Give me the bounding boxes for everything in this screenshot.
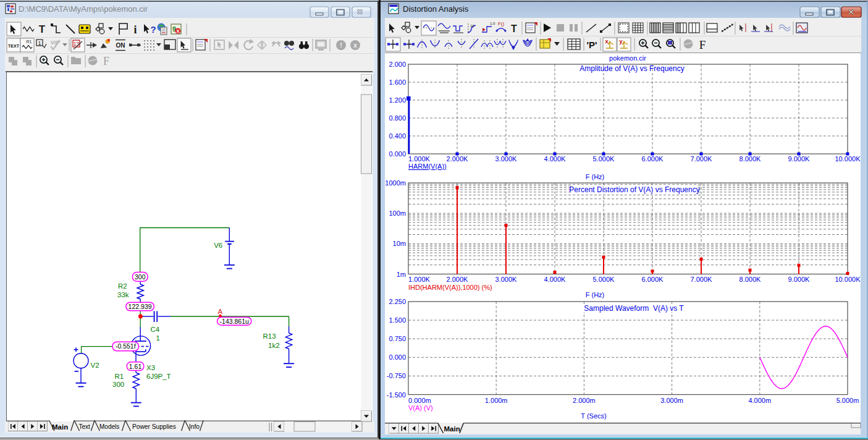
- svg-text:100m: 100m: [389, 209, 406, 217]
- svg-text:Sampled Waveform V(A) vs T: Sampled Waveform V(A) vs T: [584, 304, 684, 313]
- svg-text:6.000K: 6.000K: [642, 276, 664, 283]
- svg-text:1.000K: 1.000K: [408, 155, 431, 163]
- svg-text:x: x: [176, 28, 179, 34]
- svg-text:-0.551f: -0.551f: [116, 342, 136, 350]
- svg-text:R1: R1: [115, 373, 124, 380]
- svg-text:Main: Main: [52, 423, 68, 431]
- svg-text:F (Hz): F (Hz): [586, 173, 605, 180]
- svg-text:1.000m: 1.000m: [485, 397, 508, 404]
- svg-text:T: T: [511, 23, 517, 34]
- svg-text:8.000K: 8.000K: [739, 276, 762, 283]
- svg-text:13: 13: [74, 41, 80, 47]
- svg-text:33k: 33k: [117, 291, 129, 298]
- svg-text:V6: V6: [214, 242, 222, 249]
- svg-text:Percent Distortion of V(A) vs: Percent Distortion of V(A) vs Frequency: [569, 185, 699, 194]
- svg-text:3.000m: 3.000m: [660, 397, 683, 404]
- svg-text:R2: R2: [118, 282, 127, 290]
- svg-text:4.000K: 4.000K: [544, 276, 567, 283]
- svg-text:7.000K: 7.000K: [691, 276, 713, 283]
- svg-text:T (Secs): T (Secs): [581, 412, 606, 420]
- svg-text:i: i: [133, 23, 137, 36]
- svg-text:A: A: [218, 308, 223, 315]
- svg-text:300: 300: [135, 273, 146, 281]
- svg-text:Power Supplies: Power Supplies: [132, 423, 176, 430]
- svg-text:8.000K: 8.000K: [739, 155, 762, 163]
- svg-text:Models: Models: [99, 423, 119, 430]
- svg-text:0.800: 0.800: [389, 114, 406, 122]
- svg-text:1000m: 1000m: [385, 179, 406, 187]
- svg-text:Amplitude of V(A) vs Frequency: Amplitude of V(A) vs Frequency: [579, 64, 684, 73]
- svg-text:y: y: [619, 38, 622, 44]
- svg-text:V(A) (V): V(A) (V): [408, 404, 433, 412]
- svg-text:-143.861u: -143.861u: [220, 318, 249, 325]
- svg-text:-0.750: -0.750: [387, 372, 406, 379]
- svg-text:X3: X3: [146, 364, 155, 371]
- svg-text:0.400: 0.400: [389, 132, 406, 140]
- svg-text:C4: C4: [151, 326, 160, 333]
- svg-text:Main: Main: [444, 425, 460, 433]
- svg-text:TEXT: TEXT: [8, 44, 20, 48]
- svg-text:?: ?: [150, 24, 156, 35]
- svg-text:1.600: 1.600: [389, 78, 406, 86]
- svg-text:4.000m: 4.000m: [748, 397, 771, 404]
- svg-text:10: 10: [470, 24, 474, 28]
- svg-text:5.000m: 5.000m: [836, 397, 859, 404]
- svg-text:T: T: [39, 23, 46, 35]
- svg-text:ON: ON: [116, 42, 125, 49]
- svg-text:1.0: 1.0: [490, 22, 495, 25]
- svg-text:3.000K: 3.000K: [495, 155, 518, 163]
- svg-text:0.000: 0.000: [389, 353, 406, 361]
- svg-text:5.000K: 5.000K: [593, 276, 615, 283]
- svg-text:0.000: 0.000: [389, 150, 406, 158]
- svg-text:10.000K: 10.000K: [835, 155, 861, 163]
- svg-text:6J9P_T: 6J9P_T: [146, 373, 171, 380]
- svg-text:2.000K: 2.000K: [447, 276, 469, 283]
- svg-text:300: 300: [112, 381, 124, 388]
- svg-text:1k2: 1k2: [268, 342, 280, 349]
- svg-text:Info: Info: [189, 423, 200, 430]
- svg-text:7.000K: 7.000K: [691, 155, 713, 163]
- svg-text:1: 1: [38, 40, 41, 46]
- svg-text:122.939: 122.939: [129, 303, 152, 310]
- svg-text:F: F: [699, 38, 706, 51]
- svg-text:5.000K: 5.000K: [593, 155, 615, 163]
- svg-text:F: F: [103, 55, 109, 67]
- svg-text:Text: Text: [79, 423, 91, 430]
- svg-text:0.000m: 0.000m: [408, 397, 431, 404]
- svg-text:2.000K: 2.000K: [447, 155, 469, 163]
- svg-text:2.250: 2.250: [389, 298, 406, 305]
- svg-text:10.000K: 10.000K: [835, 276, 861, 283]
- svg-text:x: x: [353, 41, 358, 49]
- svg-text:9.000K: 9.000K: [788, 155, 811, 163]
- svg-text:6.000K: 6.000K: [642, 155, 664, 163]
- svg-text:2.000m: 2.000m: [573, 397, 596, 404]
- svg-text:1.000K: 1.000K: [408, 276, 431, 283]
- svg-text:1: 1: [156, 334, 160, 342]
- svg-text:V2: V2: [91, 362, 99, 369]
- svg-text:F(): F(): [498, 21, 505, 27]
- svg-text:R13: R13: [263, 332, 276, 340]
- svg-text:1.200: 1.200: [389, 96, 406, 104]
- svg-text:3.000K: 3.000K: [495, 276, 518, 283]
- svg-text:!: !: [340, 41, 342, 49]
- svg-text:x: x: [605, 38, 608, 44]
- svg-text:'P': 'P': [586, 40, 597, 50]
- svg-text:F (Hz): F (Hz): [586, 291, 605, 298]
- svg-text:2.000: 2.000: [389, 61, 406, 68]
- svg-text:0.750: 0.750: [389, 335, 406, 342]
- svg-text:4.000K: 4.000K: [544, 155, 567, 163]
- svg-text:10m: 10m: [393, 240, 406, 247]
- svg-text:9.000K: 9.000K: [788, 276, 811, 283]
- svg-text:pokemon.cir: pokemon.cir: [609, 54, 646, 62]
- svg-text:1.500: 1.500: [389, 316, 406, 324]
- svg-text:1.61: 1.61: [129, 363, 142, 370]
- svg-text:1m: 1m: [397, 271, 406, 278]
- svg-text:R1: R1: [27, 40, 32, 44]
- svg-text:IHD(HARM(V(A)),1000) (%): IHD(HARM(V(A)),1000) (%): [408, 284, 492, 291]
- svg-text:-1.500: -1.500: [387, 391, 406, 399]
- svg-text:HARM(V(A)): HARM(V(A)): [408, 163, 447, 170]
